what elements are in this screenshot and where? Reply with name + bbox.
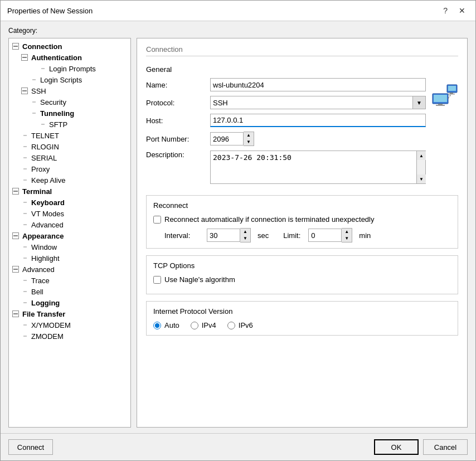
host-row: Host: [146, 114, 426, 127]
desc-row: Description: ▲ ▼ [146, 151, 426, 184]
nagle-checkbox[interactable] [153, 276, 161, 284]
limit-up-btn[interactable]: ▲ [342, 229, 352, 235]
tree-item-login-scripts[interactable]: Login Scripts [9, 74, 130, 85]
tree-expand-icon-zmodem [20, 332, 29, 341]
tree-item-terminal[interactable]: Terminal [9, 186, 130, 197]
tree-expand-icon-serial [20, 153, 29, 162]
nagle-label: Use Nagle's algorithm [164, 275, 235, 284]
general-section: General Name: Protocol: [146, 65, 458, 188]
tree-expand-icon-connection [11, 42, 20, 51]
tree-expand-icon-trace [20, 276, 29, 285]
tree-item-serial[interactable]: SERIAL [9, 152, 130, 163]
tree-item-security[interactable]: Security [9, 96, 130, 108]
tree-label-highlight: Highlight [31, 254, 60, 263]
tree-item-tunneling[interactable]: Tunneling [9, 108, 130, 119]
reconnect-checkbox-label: Reconnect automatically if connection is… [164, 215, 375, 224]
tree-expand-icon-advanced [20, 220, 29, 229]
port-up-btn[interactable]: ▲ [244, 132, 254, 139]
tree-expand-icon-tunneling [29, 109, 38, 118]
tree-expand-icon-login-prompts [38, 64, 47, 73]
tree-label-appearance: Appearance [22, 232, 64, 240]
tree-item-keyboard[interactable]: Keyboard [9, 197, 130, 208]
tree-item-trace[interactable]: Trace [9, 275, 130, 286]
ipv-radio-row: Auto IPv4 IPv6 [153, 321, 451, 329]
ipv-auto-radio[interactable] [153, 322, 161, 329]
port-down-btn[interactable]: ▼ [244, 139, 254, 145]
interval-down-btn[interactable]: ▼ [240, 235, 250, 242]
connect-button[interactable]: Connect [8, 439, 53, 455]
tree-item-proxy[interactable]: Proxy [9, 163, 130, 174]
main-area: ConnectionAuthenticationLogin PromptsLog… [8, 38, 468, 428]
tree-expand-icon-authentication [20, 53, 29, 62]
tree-item-login-prompts[interactable]: Login Prompts [9, 63, 130, 74]
tree-item-advanced2[interactable]: Advanced [9, 264, 130, 275]
dialog-body: Category: ConnectionAuthenticationLogin … [1, 21, 475, 433]
tree-item-logging[interactable]: Logging [9, 297, 130, 308]
interval-input[interactable] [207, 229, 240, 242]
interval-up-btn[interactable]: ▲ [240, 229, 250, 235]
tree-item-zmodem[interactable]: ZMODEM [9, 331, 130, 342]
limit-unit: min [359, 231, 371, 240]
tree-expand-icon-file-transfer [11, 309, 20, 318]
ipv4-item[interactable]: IPv4 [191, 321, 216, 329]
tree-label-file-transfer: File Transfer [22, 310, 65, 318]
port-label: Port Number: [146, 135, 210, 143]
tree-item-window[interactable]: Window [9, 241, 130, 253]
close-button[interactable]: ✕ [455, 5, 469, 16]
tree-item-telnet[interactable]: TELNET [9, 130, 130, 141]
tree-label-advanced: Advanced [31, 221, 64, 229]
limit-label: Limit: [283, 231, 300, 240]
svg-rect-37 [436, 105, 445, 106]
host-input[interactable] [210, 114, 426, 127]
tree-label-sftp: SFTP [49, 120, 67, 129]
limit-down-btn[interactable]: ▼ [342, 235, 352, 242]
tree-label-zmodem: ZMODEM [31, 332, 64, 341]
tree-item-file-transfer[interactable]: File Transfer [9, 308, 130, 319]
desc-input[interactable] [210, 151, 417, 184]
tree-item-ssh[interactable]: SSH [9, 85, 130, 96]
tree-item-appearance[interactable]: Appearance [9, 230, 130, 241]
ok-button[interactable]: OK [374, 439, 419, 455]
help-button[interactable]: ? [440, 5, 451, 16]
tree-expand-icon-security [29, 98, 38, 106]
nagle-row: Use Nagle's algorithm [153, 275, 451, 284]
port-input[interactable] [210, 132, 244, 145]
cancel-button[interactable]: Cancel [423, 439, 468, 455]
dialog-title: Properties of New Session [7, 7, 93, 15]
name-row: Name: [146, 78, 426, 91]
tree-item-sftp[interactable]: SFTP [9, 119, 130, 130]
protocol-select[interactable]: SSH TELNET RLOGIN SERIAL [210, 96, 426, 109]
interval-unit: sec [258, 231, 269, 240]
tree-item-xymodem[interactable]: X/YMODEM [9, 319, 130, 331]
protocol-row: Protocol: SSH TELNET RLOGIN SERIAL ▼ [146, 96, 426, 109]
tree-item-advanced[interactable]: Advanced [9, 219, 130, 230]
tree-item-bell[interactable]: Bell [9, 286, 130, 297]
tcp-section: TCP Options Use Nagle's algorithm [146, 255, 458, 294]
tree-item-keep-alive[interactable]: Keep Alive [9, 174, 130, 186]
ipv4-radio[interactable] [191, 322, 198, 329]
tree-item-highlight[interactable]: Highlight [9, 253, 130, 264]
tree-expand-icon-telnet [20, 131, 29, 140]
tree-label-ssh: SSH [31, 87, 46, 95]
reconnect-checkbox[interactable] [153, 216, 161, 224]
ipv6-radio[interactable] [227, 322, 235, 329]
ipv6-item[interactable]: IPv6 [227, 321, 253, 329]
tree-label-trace: Trace [31, 276, 50, 285]
interval-spinner: ▲ ▼ [207, 228, 251, 242]
tree-expand-icon-login-scripts [29, 75, 38, 84]
ipv-auto-item[interactable]: Auto [153, 321, 179, 329]
name-input[interactable] [210, 78, 426, 91]
limit-input[interactable] [308, 229, 342, 242]
limit-spinner: ▲ ▼ [308, 228, 352, 242]
svg-rect-35 [434, 95, 447, 102]
reconnect-interval-row: Interval: ▲ ▼ sec Limit: [153, 228, 451, 242]
tree-item-vt-modes[interactable]: VT Modes [9, 208, 130, 219]
desc-scroll-down[interactable]: ▼ [417, 174, 426, 183]
desc-scroll-up[interactable]: ▲ [417, 151, 426, 160]
tree-item-authentication[interactable]: Authentication [9, 52, 130, 63]
tree-item-rlogin[interactable]: RLOGIN [9, 141, 130, 152]
tree-label-proxy: Proxy [31, 165, 50, 173]
tree-item-connection[interactable]: Connection [9, 41, 130, 52]
footer: Connect OK Cancel [1, 433, 475, 460]
reconnect-header: Reconnect [153, 201, 451, 210]
